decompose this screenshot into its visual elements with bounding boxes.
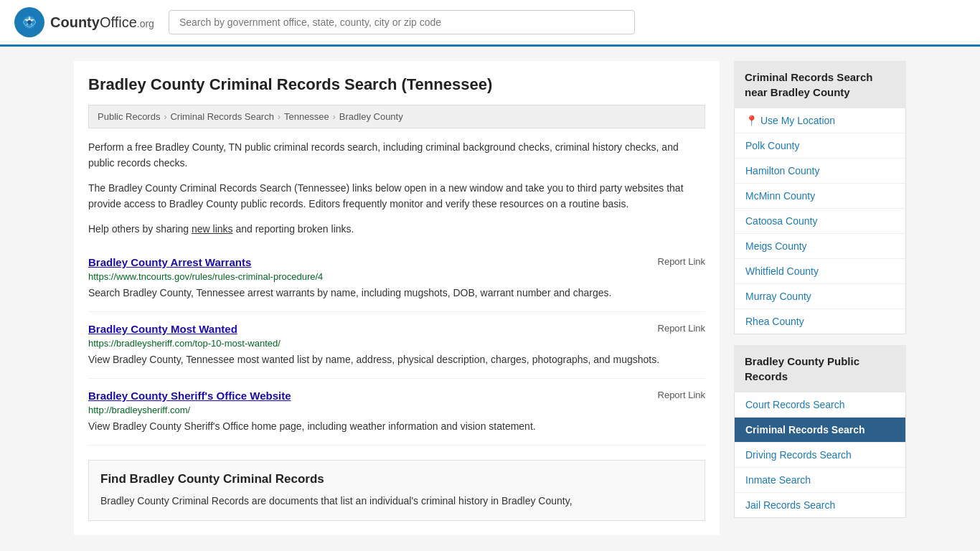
find-desc: Bradley County Criminal Records are docu… <box>100 494 693 509</box>
driving-records-link[interactable]: Driving Records Search <box>745 449 852 461</box>
sidebar-nearby-header: Criminal Records Search near Bradley Cou… <box>734 61 906 108</box>
record-title-2[interactable]: Bradley County Sheriff's Office Website <box>88 390 291 402</box>
catoosa-county-link[interactable]: Catoosa County <box>745 215 817 227</box>
breadcrumb-current: Bradley County <box>339 111 403 122</box>
sidebar-item-meigs-county[interactable]: Meigs County <box>735 234 905 259</box>
use-location-label: Use My Location <box>760 115 835 126</box>
sidebar-item-rhea-county[interactable]: Rhea County <box>735 309 905 334</box>
sidebar-item-mcminn-county[interactable]: McMinn County <box>735 184 905 209</box>
page-title: Bradley County Criminal Records Search (… <box>88 75 705 94</box>
record-title-1[interactable]: Bradley County Most Wanted <box>88 323 237 335</box>
records-list: Bradley County Arrest Warrants Report Li… <box>88 245 705 446</box>
jail-records-link[interactable]: Jail Records Search <box>745 499 835 511</box>
sidebar-item-jail-records[interactable]: Jail Records Search <box>735 493 905 517</box>
mcminn-county-link[interactable]: McMinn County <box>745 190 815 202</box>
search-bar <box>169 10 635 34</box>
sidebar-use-location[interactable]: 📍 Use My Location <box>735 108 905 133</box>
description-1: Perform a free Bradley County, TN public… <box>88 139 705 171</box>
search-input[interactable] <box>169 10 635 34</box>
inmate-search-link[interactable]: Inmate Search <box>745 474 811 486</box>
record-url-1[interactable]: https://bradleysheriff.com/top-10-most-w… <box>88 338 705 349</box>
new-links-link[interactable]: new links <box>192 223 233 235</box>
breadcrumb-criminal-records-search[interactable]: Criminal Records Search <box>170 111 274 122</box>
find-title: Find Bradley County Criminal Records <box>100 472 693 486</box>
location-icon: 📍 <box>745 115 758 126</box>
meigs-county-link[interactable]: Meigs County <box>745 240 807 252</box>
sidebar-public-records-header: Bradley County Public Records <box>734 345 906 392</box>
logo-text: CountyOffice.org <box>50 14 154 31</box>
sidebar-item-polk-county[interactable]: Polk County <box>735 133 905 159</box>
polk-county-link[interactable]: Polk County <box>745 140 799 151</box>
sidebar-nearby-list: 📍 Use My Location Polk County Hamilton C… <box>734 108 906 334</box>
sidebar-item-murray-county[interactable]: Murray County <box>735 284 905 309</box>
breadcrumb: Public Records › Criminal Records Search… <box>88 105 705 128</box>
content-area: Bradley County Criminal Records Search (… <box>74 61 720 535</box>
logo-icon <box>14 7 44 37</box>
record-header-0: Bradley County Arrest Warrants Report Li… <box>88 256 705 268</box>
description-3: Help others by sharing new links and rep… <box>88 221 705 237</box>
rhea-county-link[interactable]: Rhea County <box>745 316 804 327</box>
sidebar-item-whitfield-county[interactable]: Whitfield County <box>735 259 905 284</box>
record-url-2[interactable]: http://bradleysheriff.com/ <box>88 405 705 415</box>
record-header-2: Bradley County Sheriff's Office Website … <box>88 390 705 402</box>
breadcrumb-public-records[interactable]: Public Records <box>98 111 160 122</box>
sidebar: Criminal Records Search near Bradley Cou… <box>734 61 906 535</box>
report-link-1[interactable]: Report Link <box>658 323 705 334</box>
header: CountyOffice.org <box>0 0 980 47</box>
sidebar-nearby-section: Criminal Records Search near Bradley Cou… <box>734 61 906 334</box>
sidebar-public-records-list: Court Records Search Criminal Records Se… <box>734 392 906 518</box>
logo-area[interactable]: CountyOffice.org <box>14 7 154 37</box>
sidebar-item-hamilton-county[interactable]: Hamilton County <box>735 159 905 184</box>
court-records-link[interactable]: Court Records Search <box>745 399 845 410</box>
svg-point-2 <box>27 20 32 24</box>
sidebar-item-criminal-records[interactable]: Criminal Records Search <box>735 418 905 443</box>
criminal-records-link[interactable]: Criminal Records Search <box>745 424 865 435</box>
sidebar-public-records-section: Bradley County Public Records Court Reco… <box>734 345 906 518</box>
record-desc-0: Search Bradley County, Tennessee arrest … <box>88 286 705 301</box>
whitfield-county-link[interactable]: Whitfield County <box>745 265 819 277</box>
breadcrumb-sep-3: › <box>333 112 336 122</box>
sidebar-item-inmate-search[interactable]: Inmate Search <box>735 468 905 493</box>
report-link-2[interactable]: Report Link <box>658 390 705 400</box>
record-title-0[interactable]: Bradley County Arrest Warrants <box>88 256 251 268</box>
description-2: The Bradley County Criminal Records Sear… <box>88 180 705 212</box>
breadcrumb-sep-2: › <box>278 112 281 122</box>
main-container: Bradley County Criminal Records Search (… <box>60 47 920 550</box>
breadcrumb-tennessee[interactable]: Tennessee <box>284 111 329 122</box>
record-item-0: Bradley County Arrest Warrants Report Li… <box>88 245 705 312</box>
find-section: Find Bradley County Criminal Records Bra… <box>88 460 705 521</box>
record-url-0[interactable]: https://www.tncourts.gov/rules/rules-cri… <box>88 271 705 282</box>
record-header-1: Bradley County Most Wanted Report Link <box>88 323 705 335</box>
sidebar-item-driving-records[interactable]: Driving Records Search <box>735 443 905 468</box>
record-desc-2: View Bradley County Sheriff's Office hom… <box>88 419 705 434</box>
report-link-0[interactable]: Report Link <box>658 256 705 267</box>
record-item-2: Bradley County Sheriff's Office Website … <box>88 379 705 446</box>
record-item-1: Bradley County Most Wanted Report Link h… <box>88 312 705 379</box>
sidebar-item-catoosa-county[interactable]: Catoosa County <box>735 209 905 234</box>
record-desc-1: View Bradley County, Tennessee most want… <box>88 352 705 367</box>
hamilton-county-link[interactable]: Hamilton County <box>745 165 820 176</box>
breadcrumb-sep-1: › <box>164 112 166 122</box>
murray-county-link[interactable]: Murray County <box>745 291 811 302</box>
sidebar-item-court-records[interactable]: Court Records Search <box>735 392 905 418</box>
